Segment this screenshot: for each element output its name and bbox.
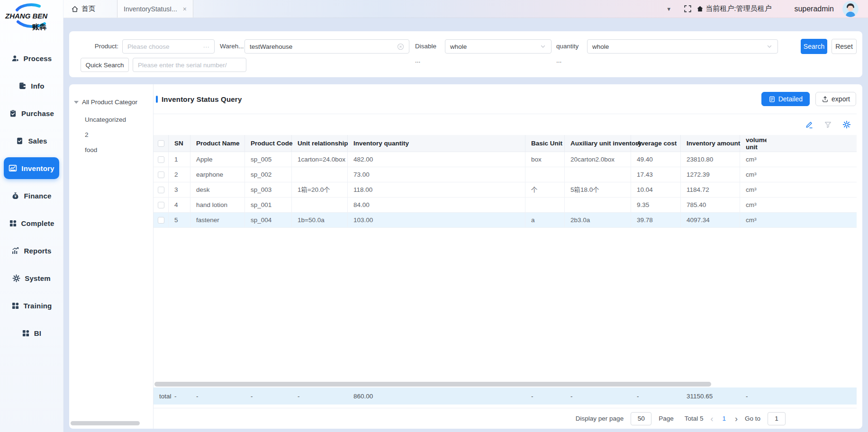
sidebar-item-label: Purchase (21, 109, 54, 117)
panel-header: Inventory Status Query Detailed export (154, 84, 856, 114)
sidebar-item-label: Info (31, 82, 44, 90)
tree-item-2[interactable]: 2 (85, 131, 89, 138)
sidebar-item-info[interactable]: Info (4, 75, 59, 97)
table-cell: 49.40 (631, 152, 681, 167)
next-page-button[interactable]: › (735, 414, 738, 423)
goto-label: Go to (745, 415, 760, 422)
column-header-volume-unit[interactable]: volume unit (740, 135, 857, 152)
row-checkbox[interactable] (158, 156, 164, 163)
select-all-cell (154, 135, 169, 152)
table-cell (292, 167, 348, 182)
display-per-page-label: Display per page (576, 415, 624, 422)
sidebar-item-inventory[interactable]: Inventory (4, 157, 59, 179)
tree-root-all-categories[interactable]: All Product Categor (74, 99, 137, 106)
search-button[interactable]: Search (801, 39, 827, 54)
tab-inventory-status[interactable]: InventoryStatusI... × (117, 0, 193, 18)
product-input[interactable] (127, 43, 200, 50)
table-cell: earphone (190, 167, 245, 182)
table-cell: 2b3.0a (565, 213, 631, 227)
username[interactable]: superadmin (794, 5, 834, 13)
sidebar-menu: ProcessInfoPurchaseSalesInventory¥Financ… (0, 47, 63, 350)
quick-search-field[interactable] (133, 58, 246, 72)
chevron-down-icon[interactable]: ▼ (666, 6, 671, 12)
goto-page-input[interactable]: 1 (768, 412, 786, 425)
ellipsis-icon[interactable]: ··· (203, 43, 210, 50)
sidebar-item-system[interactable]: System (4, 267, 59, 289)
filter-funnel-icon[interactable] (824, 121, 832, 129)
table-cell: 1箱=20.0个 (292, 182, 348, 197)
sidebar-item-finance[interactable]: ¥Finance (4, 185, 59, 207)
column-header-basic-unit[interactable]: Basic Unit (525, 135, 565, 152)
table-cell: 1carton=24.0box (292, 152, 348, 167)
close-icon[interactable]: × (183, 5, 187, 13)
sidebar-item-purchase[interactable]: Purchase (4, 102, 59, 124)
brand-logo[interactable]: ZHANG BEN 账犇 (0, 0, 63, 31)
table-cell: desk (190, 182, 245, 197)
sidebar-item-process[interactable]: Process (4, 47, 59, 69)
quantity-select[interactable]: whole (587, 39, 778, 54)
column-header-product-name[interactable]: Product Name (190, 135, 245, 152)
quick-search-button[interactable]: Quick Search (81, 58, 129, 72)
export-button[interactable]: export (815, 92, 856, 106)
warehouse-input[interactable] (250, 43, 394, 50)
sidebar-item-reports[interactable]: Reports (4, 240, 59, 261)
reset-button[interactable]: Reset (832, 39, 857, 54)
sidebar-item-label: Training (24, 302, 52, 310)
page-size-input[interactable]: 50 (631, 412, 651, 425)
table-cell: sp_001 (245, 198, 292, 212)
edit-pen-icon[interactable] (805, 120, 814, 129)
column-header-sn[interactable]: SN (169, 135, 190, 152)
warehouse-field[interactable] (244, 39, 409, 54)
column-header-inventory-amount[interactable]: Inventory amount (681, 135, 740, 152)
table-row[interactable]: 4hand lotionsp_00184.009.35785.40cm³ (154, 198, 857, 213)
tree-item-uncategorized[interactable]: Uncategorized (85, 116, 126, 123)
money-bag-icon: ¥ (11, 192, 19, 200)
column-header-auxiliary-unit-inventory[interactable]: Auxiliary unit inventory (565, 135, 631, 152)
row-checkbox[interactable] (158, 171, 164, 178)
detailed-button[interactable]: Detailed (761, 92, 810, 106)
grid-icon (22, 329, 30, 337)
sidebar-item-bi[interactable]: BI (4, 322, 59, 344)
table-row[interactable]: 1Applesp_0051carton=24.0box482.00box20ca… (154, 152, 857, 167)
current-page-number[interactable]: 1 (720, 415, 728, 422)
fullscreen-icon[interactable] (684, 5, 692, 13)
table-row[interactable]: 5fastenersp_0041b=50.0a103.00a2b3.0a39.7… (154, 213, 857, 228)
column-header-unit-relationship[interactable]: Unit relationship (292, 135, 348, 152)
tree-item-food[interactable]: food (85, 146, 97, 153)
home-outline-icon (71, 5, 79, 13)
select-all-checkbox[interactable] (158, 140, 164, 147)
column-header-inventory-quantity[interactable]: Inventory quantity (348, 135, 525, 152)
column-header-average-cost[interactable]: Average cost (631, 135, 681, 152)
row-checkbox[interactable] (158, 202, 164, 208)
inventory-table: SNProduct NameProduct CodeUnit relations… (154, 135, 857, 228)
disable-select[interactable]: whole (445, 39, 552, 54)
home-tab[interactable]: 首页 (71, 4, 95, 13)
page-label: Page (659, 415, 674, 422)
sidebar-item-sales[interactable]: Sales (4, 130, 59, 152)
sidebar-item-complete[interactable]: Complete (4, 212, 59, 234)
svg-text:ZHANG BEN: ZHANG BEN (5, 12, 48, 20)
total-count-label: Total 5 (685, 415, 704, 422)
sidebar-item-label: Sales (28, 137, 47, 145)
table-cell (565, 198, 631, 212)
tenant-indicator[interactable]: 当前租户:管理员租户 (696, 4, 771, 13)
product-select[interactable]: ··· (122, 39, 215, 54)
row-checkbox[interactable] (158, 187, 164, 193)
tree-horizontal-scrollbar[interactable] (71, 421, 140, 425)
caret-down-icon[interactable] (74, 101, 79, 104)
table-cell: sp_005 (245, 152, 292, 167)
table-cell (292, 198, 348, 212)
row-checkbox[interactable] (158, 217, 164, 224)
pagination-bar: Display per page 50 Page Total 5 ‹ 1 › G… (154, 408, 857, 429)
quick-search-input[interactable] (138, 62, 241, 69)
column-header-product-code[interactable]: Product Code (245, 135, 292, 152)
clear-circle-icon[interactable] (397, 43, 404, 50)
table-row[interactable]: 2earphonesp_00273.0017.431272.39cm³ (154, 167, 857, 182)
table-horizontal-scrollbar[interactable] (154, 382, 711, 387)
avatar[interactable] (842, 1, 859, 17)
prev-page-button[interactable]: ‹ (710, 414, 713, 423)
sidebar-item-training[interactable]: Training (4, 295, 59, 316)
gear-icon[interactable] (842, 120, 851, 129)
row-select-cell (154, 152, 169, 167)
table-row[interactable]: 3desksp_0031箱=20.0个118.00个5箱18.0个10.0411… (154, 182, 857, 198)
